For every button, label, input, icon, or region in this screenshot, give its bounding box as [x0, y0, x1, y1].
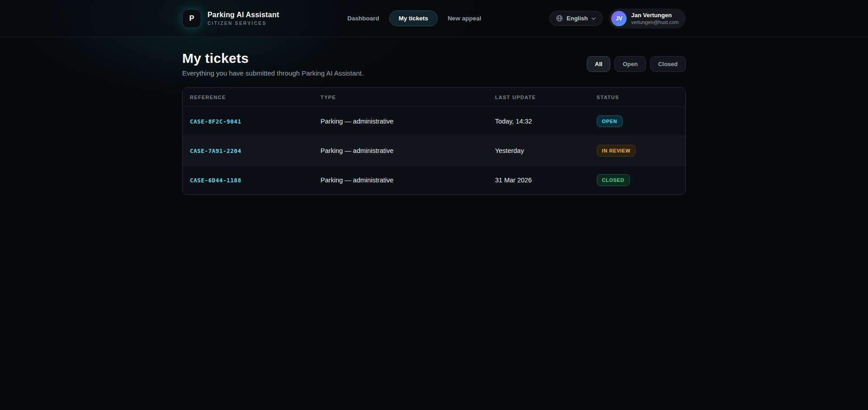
status-badge: IN REVIEW — [597, 145, 636, 157]
avatar: JV — [611, 11, 627, 26]
user-meta: Jan Vertungen vertungen@hust.com — [631, 12, 679, 25]
page-head-text: My tickets Everything you have submitted… — [182, 51, 363, 77]
user-name: Jan Vertungen — [631, 12, 679, 19]
column-header-reference: REFERENCE — [183, 88, 313, 107]
reference-link[interactable]: CASE-8F2C-9041 — [190, 118, 241, 125]
filter-group: All Open Closed — [587, 56, 686, 72]
reference-link[interactable]: CASE-6D44-1188 — [190, 177, 241, 184]
language-selector[interactable]: English — [549, 11, 603, 26]
user-email: vertungen@hust.com — [631, 19, 679, 25]
app-tagline: CITIZEN SERVICES — [208, 21, 279, 26]
column-header-status: STATUS — [590, 88, 685, 107]
language-label: English — [566, 15, 588, 22]
nav-item-my-tickets[interactable]: My tickets — [389, 10, 438, 26]
last-update: Today, 14:32 — [495, 118, 532, 125]
user-menu[interactable]: JV Jan Vertungen vertungen@hust.com — [609, 9, 686, 29]
table-row: CASE-6D44-1188 Parking — administrative … — [183, 166, 685, 195]
column-header-last-update: LAST UPDATE — [488, 88, 590, 107]
tickets-table-card: REFERENCE TYPE LAST UPDATE STATUS CASE-8… — [182, 87, 686, 195]
tickets-table: REFERENCE TYPE LAST UPDATE STATUS CASE-8… — [183, 88, 685, 195]
page-head: My tickets Everything you have submitted… — [182, 51, 686, 77]
brand: P Parking AI Assistant CITIZEN SERVICES — [182, 9, 279, 28]
nav-item-new-appeal[interactable]: New appeal — [447, 11, 482, 26]
table-row: CASE-7A91-2204 Parking — administrative … — [183, 136, 685, 166]
ticket-type: Parking — administrative — [321, 147, 393, 154]
ticket-type: Parking — administrative — [321, 118, 393, 125]
last-update: Yesterday — [495, 147, 524, 154]
brand-text: Parking AI Assistant CITIZEN SERVICES — [208, 11, 279, 26]
avatar-initials: JV — [616, 15, 623, 22]
filter-open-button[interactable]: Open — [614, 56, 646, 72]
status-badge: OPEN — [597, 115, 623, 127]
nav-item-dashboard[interactable]: Dashboard — [346, 11, 380, 26]
column-header-type: TYPE — [313, 88, 488, 107]
table-header-row: REFERENCE TYPE LAST UPDATE STATUS — [183, 88, 685, 107]
chevron-down-icon — [591, 17, 596, 20]
main-content: My tickets Everything you have submitted… — [182, 37, 686, 195]
ticket-type: Parking — administrative — [321, 176, 393, 184]
header-right: English JV Jan Vertungen vertungen@hust.… — [549, 9, 686, 29]
page-title: My tickets — [182, 51, 363, 66]
app-title: Parking AI Assistant — [208, 11, 279, 19]
last-update: 31 Mar 2026 — [495, 176, 532, 184]
page-subtitle: Everything you have submitted through Pa… — [182, 69, 363, 77]
main-nav: Dashboard My tickets New appeal — [346, 10, 482, 26]
app-header: P Parking AI Assistant CITIZEN SERVICES … — [0, 0, 868, 37]
globe-icon — [556, 15, 563, 22]
app-logo-icon: P — [182, 9, 201, 28]
reference-link[interactable]: CASE-7A91-2204 — [190, 148, 241, 154]
filter-all-button[interactable]: All — [587, 56, 611, 72]
table-row: CASE-8F2C-9041 Parking — administrative … — [183, 107, 685, 136]
status-badge: CLOSED — [597, 174, 630, 186]
logo-letter: P — [189, 14, 194, 23]
filter-closed-button[interactable]: Closed — [650, 56, 686, 72]
